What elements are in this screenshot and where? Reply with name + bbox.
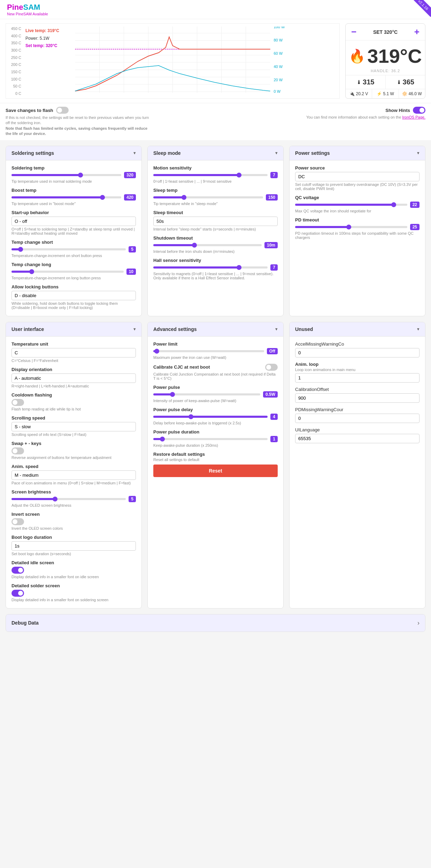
startup-input[interactable]	[11, 217, 136, 226]
ironos-link[interactable]: IronOS Page.	[402, 115, 425, 119]
cjc-toggle[interactable]	[265, 364, 278, 371]
ui-header[interactable]: User interface ▾	[6, 322, 141, 337]
boost-temp-desc: Tip temperature used in "boost mode"	[11, 202, 136, 206]
scrolling-desc: Scrolling speed of info text (S=slow | F…	[11, 432, 136, 437]
sleep-timeout-input[interactable]	[153, 217, 278, 226]
unused-title: Unused	[295, 326, 313, 332]
display-orient-input[interactable]	[11, 373, 136, 383]
scrolling-row: Scrolling speed Scrolling speed of info …	[11, 415, 136, 437]
calibration-input[interactable]	[295, 393, 420, 403]
power-pulse-label: Power pulse	[153, 385, 278, 390]
tip-temp-2: 🌡 365	[386, 75, 425, 89]
boot-logo-label: Boot logo duration	[11, 535, 136, 540]
power-pulse-row: Power pulse 0.5W Intensity of power of k…	[153, 385, 278, 403]
ui-language-input[interactable]	[295, 434, 420, 443]
temp-plus-btn[interactable]: +	[414, 27, 420, 37]
save-flash-section: Save changes to flash If this is not che…	[6, 107, 152, 137]
detailed-idle-desc: Display detailed info in a smaller font …	[11, 575, 136, 579]
temp-unit-input[interactable]	[11, 348, 136, 357]
scrolling-label: Scrolling speed	[11, 415, 136, 421]
tip2-icon: 🌡	[397, 80, 401, 85]
advanced-header[interactable]: Advanced settings ▾	[148, 322, 283, 337]
brightness-row: Screen brightness 5 Adjust the OLED scre…	[11, 489, 136, 507]
advanced-chevron: ▾	[275, 326, 278, 332]
sleep-timeout-row: Sleep timeout Interval before "sleep mod…	[153, 210, 278, 231]
sleep-header[interactable]: Sleep mode ▾	[148, 146, 283, 160]
swap-label: Swap + - keys	[11, 441, 136, 446]
scrolling-input[interactable]	[11, 422, 136, 431]
detailed-solder-toggle[interactable]	[11, 590, 24, 597]
unused-header[interactable]: Unused ▾	[290, 322, 425, 337]
hints-section: Show Hints You can find more information…	[306, 107, 425, 119]
power-limit-row: Power limit Off Maximum power the iron c…	[153, 341, 278, 360]
logo-sam: SAM	[23, 3, 40, 12]
detailed-solder-row: Detailed solder screen Display detailed …	[11, 583, 136, 602]
anim-speed-input[interactable]	[11, 470, 136, 480]
anim-speed-row: Anim. speed Pace of icon animations in m…	[11, 464, 136, 485]
detailed-solder-desc: Display detailed info in a smaller font …	[11, 598, 136, 602]
temp-big-display: 🔥 319°C	[346, 40, 425, 69]
new-badge: New PineSAM Available	[7, 12, 48, 16]
swap-row: Swap + - keys Reverse assignment of butt…	[11, 441, 136, 460]
main-settings-grid: Soldering settings ▾ Soldering temp 320 …	[0, 140, 431, 322]
startup-desc: O=off | S=heat to soldering temp | Z=sta…	[11, 227, 136, 235]
calibration-label: CalibrationOffset	[295, 387, 420, 392]
power-limit-label: Power limit	[153, 341, 278, 347]
show-hints-toggle[interactable]	[413, 107, 425, 114]
cjc-label: Calibrate CJC at next boot	[153, 364, 210, 370]
pd-missing-input[interactable]	[295, 414, 420, 423]
invert-desc: Invert the OLED screen colors	[11, 526, 136, 530]
sleep-timeout-label: Sleep timeout	[153, 210, 278, 215]
y-axis-left: 450 C400 C350 C300 C250 C200 C150 C100 C…	[6, 27, 23, 96]
tip2-value: 365	[403, 78, 414, 86]
pulse-duration-row: Power pulse duration 1 Keep-awake-pulse …	[153, 429, 278, 447]
pd-timeout-label: PD timeout	[295, 217, 420, 222]
chart-area: Live temp: 319°C Power: 5.1W Set temp: 3…	[6, 23, 340, 99]
sleep-temp-label: Sleep temp	[153, 188, 278, 193]
accel-input[interactable]	[295, 348, 420, 357]
detailed-idle-toggle[interactable]	[11, 567, 24, 574]
ui-body: Temperature unit C=°Celsius | F=°Fahrenh…	[6, 337, 141, 608]
cjc-row: Calibrate CJC at next boot Calibrate Col…	[153, 364, 278, 380]
temp-long-row: Temp change long 10 Temperature-change-i…	[11, 262, 136, 280]
power-source-input[interactable]	[295, 172, 420, 181]
anim-loop-input[interactable]	[295, 373, 420, 383]
soldering-body: Soldering temp 320 Tip temperature used …	[6, 160, 141, 316]
soldering-header[interactable]: Soldering settings ▾	[6, 146, 141, 160]
boot-logo-input[interactable]	[11, 541, 136, 551]
cooldown-toggle[interactable]	[11, 399, 24, 406]
calibration-row: CalibrationOffset	[295, 387, 420, 403]
ui-language-row: UILanguage	[295, 427, 420, 443]
pd-missing-row: PDMissingWarningCour	[295, 407, 420, 423]
allow-lock-input[interactable]	[11, 291, 136, 300]
power-header[interactable]: Power settings ▾	[290, 146, 425, 160]
unused-chevron: ▾	[417, 326, 420, 332]
logo-pine: Pine	[7, 3, 23, 12]
temp-short-label: Temp change short	[11, 240, 136, 245]
motion-desc: 0=off | 1=least sensitive | ... | 9=most…	[153, 179, 278, 183]
restore-row: Restore default settings Reset all setti…	[153, 452, 278, 477]
hall-row: Hall sensor sensitivity 7 Sensitivity to…	[153, 258, 278, 280]
anim-speed-desc: Pace of icon animations in menu (0=off |…	[11, 481, 136, 485]
soldering-temp-row: Soldering temp 320 Tip temperature used …	[11, 165, 136, 183]
brightness-desc: Adjust the OLED screen brightness	[11, 503, 136, 507]
brightness-label: Screen brightness	[11, 489, 136, 495]
swap-toggle[interactable]	[11, 447, 24, 454]
anim-loop-row: Anim. loop Loop icon animations in main …	[295, 362, 420, 383]
reset-button[interactable]: Reset	[153, 465, 278, 477]
svg-text:80 W: 80 W	[274, 38, 283, 42]
temp-set-label: SET 320°C	[373, 29, 398, 35]
temp-unit-label: Temperature unit	[11, 341, 136, 347]
version-badge: v2.1.16	[411, 0, 431, 17]
temp-minus-btn[interactable]: −	[351, 27, 356, 37]
soldering-card: Soldering settings ▾ Soldering temp 320 …	[6, 146, 142, 316]
pd-timeout-row: PD timeout 25 PD negotiation timeout in …	[295, 217, 420, 240]
power-pulse-desc: Intensity of power of keep-awake-pulse (…	[153, 399, 278, 403]
logo: PineSAM	[7, 3, 48, 12]
invert-toggle[interactable]	[11, 518, 24, 525]
pulse-duration-desc: Keep-awake-pulse duration (x 250ms)	[153, 443, 278, 447]
startup-row: Start-up behavior O=off | S=heat to sold…	[11, 210, 136, 235]
save-flash-toggle[interactable]	[56, 107, 69, 114]
display-orient-row: Display orientation R=right-handed | L=l…	[11, 367, 136, 388]
debug-header[interactable]: Debug Data ›	[6, 614, 425, 632]
